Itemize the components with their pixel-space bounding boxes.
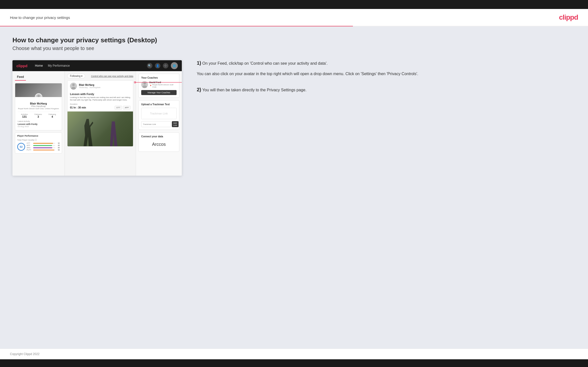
- mock-trackman-placeholder: Trackman Link: [141, 108, 177, 119]
- mock-coach-club: 📍 Royal North Devon Golf Club: [149, 84, 177, 88]
- mock-stat-followers-val: 3: [35, 115, 42, 118]
- mock-trackman-card: Upload a Trackman Test Trackman Link Add…: [138, 100, 179, 130]
- instruction-1-extra: You can also click on your avatar in the…: [197, 71, 576, 77]
- mock-tag-ott: OTT: [115, 106, 122, 109]
- mock-profile-club: Royal North Devon Golf Club, United King…: [18, 107, 59, 110]
- mock-manage-coaches-button[interactable]: Manage Your Coaches: [141, 90, 177, 95]
- mock-post-desc: Looking to feel like my hands are exitin…: [70, 96, 131, 102]
- instruction-block-2: 2) You will then be taken directly to th…: [197, 87, 576, 93]
- mock-profile-badge: Plus Handicap: [18, 105, 59, 107]
- mock-stat-following-label: Following: [49, 113, 56, 115]
- footer: Copyright Clippd 2022: [0, 349, 588, 359]
- mock-stat-following: Following 4: [49, 113, 56, 118]
- mock-trackman-input-row: Add Link: [141, 121, 177, 127]
- mock-duration-val: 01 hr : 30 min: [70, 106, 86, 109]
- mock-trackman-input[interactable]: [141, 121, 171, 127]
- mock-post-card: Blair McHarg Yesterday · Sunningdale Les…: [67, 80, 133, 147]
- mock-stats-row: Activities 131 Followers 3 Following 4: [18, 112, 59, 118]
- mock-post-author-name: Blair McHarg: [79, 84, 100, 86]
- mock-bar-app: APP 85: [27, 145, 60, 146]
- instruction-1-number: 1): [197, 60, 201, 66]
- info-icon: ⓘ: [35, 139, 37, 141]
- mock-following-button[interactable]: Following ▾: [67, 74, 85, 78]
- mock-post-header: Blair McHarg Yesterday · Sunningdale: [67, 81, 133, 92]
- mock-duration-label: Duration: [70, 103, 131, 105]
- mock-latest-date: 03 Aug 2022: [18, 125, 59, 128]
- svg-point-4: [143, 82, 146, 85]
- mock-perf-title: Player Performance: [17, 135, 60, 137]
- mock-feed-tab[interactable]: Feed: [15, 74, 26, 81]
- mock-post-title: Lesson with Fordy: [70, 93, 131, 96]
- mock-post-author-meta: Yesterday · Sunningdale: [79, 86, 100, 89]
- mock-trackman-title: Upload a Trackman Test: [141, 103, 177, 106]
- mock-add-icon[interactable]: ➕: [163, 63, 168, 68]
- mock-performance-card: Player Performance Total Player Quality …: [15, 132, 62, 154]
- mock-post-avatar: [70, 83, 77, 90]
- mock-tags: OTT APP: [115, 106, 131, 109]
- mock-connect-card: Connect your data Arccos: [138, 132, 179, 152]
- mock-sidebar: Feed Blair McHarg Plus Handicap Royal No…: [12, 71, 65, 176]
- mock-stat-activities-label: Activities: [21, 113, 28, 115]
- mock-trackman-placeholder-text: Trackman Link: [141, 112, 176, 115]
- mock-coach-avatar: [141, 81, 148, 88]
- mock-bar-putt: PUTT 96: [27, 149, 60, 151]
- svg-point-5: [142, 85, 147, 88]
- mock-golfer2-silhouette: [107, 121, 120, 146]
- mock-nav: clippd Home My Performance 🔍 👤 ➕ 🌐: [12, 60, 182, 71]
- svg-point-0: [37, 95, 40, 97]
- mock-nav-performance[interactable]: My Performance: [48, 64, 70, 67]
- mock-post-image: [67, 111, 133, 146]
- top-bar: [0, 0, 588, 9]
- instruction-block-1: 1) On your Feed, click/tap on 'Control w…: [197, 60, 576, 77]
- mock-coach-item: David Ford 📍 Royal North Devon Golf Club: [141, 81, 177, 88]
- mock-stat-activities: Activities 131: [21, 113, 28, 118]
- svg-point-2: [72, 84, 75, 86]
- mock-avatar-btn[interactable]: 🌐: [171, 62, 178, 69]
- instruction-1-text: On your Feed, click/tap on 'Control who …: [202, 61, 327, 65]
- mock-circle-score: 92: [17, 143, 25, 151]
- mock-latest-label: Latest Activity: [18, 120, 59, 122]
- instruction-2-number: 2): [197, 87, 201, 92]
- header-title: How to change your privacy settings: [10, 15, 70, 20]
- mock-bar-arg: ARG 86: [27, 147, 60, 149]
- mock-post-body: Lesson with Fordy Looking to feel like m…: [67, 92, 133, 111]
- mock-coaches-card: Your Coaches David Ford 📍 Royal North De…: [138, 74, 179, 98]
- mock-nav-home[interactable]: Home: [35, 64, 43, 67]
- mock-people-icon[interactable]: 👤: [155, 63, 160, 68]
- mock-latest-name: Lesson with Fordy: [18, 123, 59, 125]
- mock-post-author: Blair McHarg Yesterday · Sunningdale: [79, 84, 100, 89]
- mock-quality-row: 92 OTT 90 APP 85: [17, 142, 60, 151]
- mock-privacy-link[interactable]: Control who can see your activity and da…: [91, 75, 133, 77]
- two-column-layout: clippd Home My Performance 🔍 👤 ➕ 🌐 Feed: [12, 60, 576, 176]
- mock-add-link-button[interactable]: Add Link: [172, 121, 179, 127]
- mock-total-quality: Total Player Quality ⓘ: [17, 139, 60, 141]
- mock-tag-app: APP: [123, 106, 131, 109]
- mock-connect-title: Connect your data: [141, 135, 177, 138]
- mock-coach-name: David Ford: [149, 81, 177, 84]
- mock-following-bar: Following ▾ Control who can see your act…: [67, 74, 133, 78]
- page-subheading: Choose what you want people to see: [12, 46, 576, 51]
- mock-search-icon[interactable]: 🔍: [147, 63, 152, 68]
- mock-right-panel: Your Coaches David Ford 📍 Royal North De…: [136, 71, 182, 176]
- bottom-bar: [0, 359, 588, 367]
- mock-duration-row: 01 hr : 30 min OTT APP: [70, 106, 131, 109]
- mock-stat-followers: Followers 3: [35, 113, 42, 118]
- instruction-2-text: You will then be taken directly to the P…: [202, 88, 306, 92]
- mock-body: Feed Blair McHarg Plus Handicap Royal No…: [12, 71, 182, 176]
- mock-arccos-brand: Arccos: [141, 140, 177, 149]
- mock-stat-followers-label: Followers: [35, 113, 42, 115]
- svg-point-3: [71, 87, 76, 90]
- location-icon: 📍: [149, 85, 152, 87]
- mock-coaches-title: Your Coaches: [141, 76, 177, 79]
- mock-bars: OTT 90 APP 85 ARG: [27, 142, 60, 151]
- mock-profile-banner: [15, 83, 62, 97]
- mock-nav-logo: clippd: [16, 64, 27, 68]
- mock-bar-ott: OTT 90: [27, 142, 60, 144]
- mock-nav-icons: 🔍 👤 ➕ 🌐: [147, 62, 178, 69]
- header: How to change your privacy settings clip…: [0, 9, 588, 26]
- logo: clippd: [559, 13, 578, 21]
- mock-golfer-silhouette: [81, 119, 96, 146]
- mock-stat-following-val: 4: [49, 115, 56, 118]
- main-content: How to change your privacy settings (Des…: [0, 26, 588, 349]
- mock-stat-activities-val: 131: [21, 115, 28, 118]
